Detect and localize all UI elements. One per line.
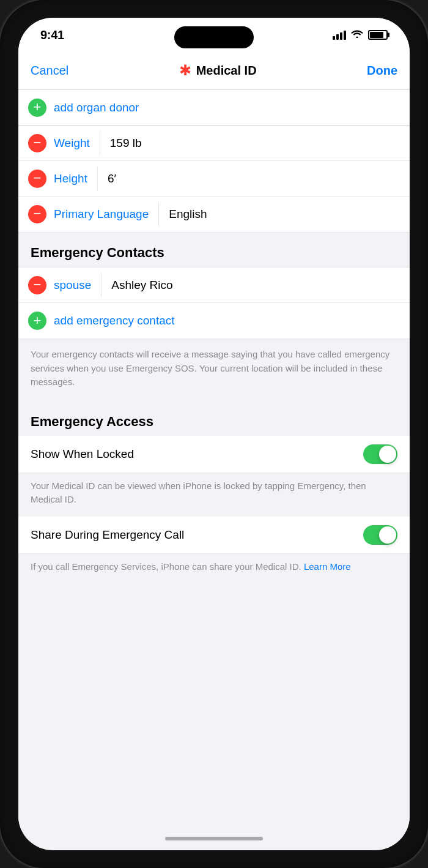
status-icons xyxy=(333,29,388,40)
dynamic-island xyxy=(174,26,254,48)
remove-weight-button[interactable]: − xyxy=(28,134,46,152)
show-when-locked-info: Your Medical ID can be viewed when iPhon… xyxy=(18,473,410,517)
toggle-knob xyxy=(379,446,396,463)
status-time: 9:41 xyxy=(40,28,64,42)
show-when-locked-toggle[interactable] xyxy=(363,444,397,464)
list-item[interactable]: + add organ donor xyxy=(18,90,410,125)
list-item[interactable]: − spouse Ashley Rico xyxy=(18,268,410,303)
emergency-contacts-list: − spouse Ashley Rico + add emergency con… xyxy=(18,267,410,339)
toggle-knob xyxy=(379,526,396,544)
share-during-call-toggle[interactable] xyxy=(363,525,397,545)
list-item[interactable]: − Primary Language English xyxy=(18,196,410,232)
emergency-contacts-title: Emergency Contacts xyxy=(31,245,164,260)
emergency-access-title: Emergency Access xyxy=(31,414,153,429)
remove-height-button[interactable]: − xyxy=(28,170,46,188)
plus-icon: + xyxy=(34,100,42,114)
cancel-button[interactable]: Cancel xyxy=(31,64,68,78)
nav-title: ✱ Medical ID xyxy=(179,62,257,79)
spouse-label: spouse xyxy=(54,279,91,292)
list-item[interactable]: + add emergency contact xyxy=(18,303,410,339)
list-item[interactable]: − Weight 159 lb xyxy=(18,125,410,161)
page-title: Medical ID xyxy=(196,64,257,78)
minus-icon: − xyxy=(34,278,42,291)
primary-language-value[interactable]: English xyxy=(159,200,410,228)
content-area: Cancel ✱ Medical ID Done + add organ don… xyxy=(18,52,410,831)
remove-spouse-button[interactable]: − xyxy=(28,276,46,294)
medical-info-list: + add organ donor − Weight 159 lb xyxy=(18,89,410,233)
bottom-spacer xyxy=(18,586,410,610)
height-label: Height xyxy=(54,172,87,185)
phone-frame: 9:41 Cancel ✱ xyxy=(0,0,428,868)
add-emergency-contact-button[interactable]: + xyxy=(28,312,46,330)
emergency-contacts-info: Your emergency contacts will receive a m… xyxy=(18,339,410,402)
emergency-contacts-header: Emergency Contacts xyxy=(18,233,410,267)
minus-icon: − xyxy=(34,207,42,220)
height-value[interactable]: 6′ xyxy=(98,165,410,193)
share-during-call-info: If you call Emergency Services, iPhone c… xyxy=(18,554,410,586)
list-item[interactable]: − Height 6′ xyxy=(18,161,410,196)
emergency-access-header: Emergency Access xyxy=(18,402,410,436)
show-when-locked-info-text: Your Medical ID can be viewed when iPhon… xyxy=(31,481,366,505)
share-during-call-label: Share During Emergency Call xyxy=(31,528,184,542)
plus-icon: + xyxy=(34,314,42,327)
nav-bar: Cancel ✱ Medical ID Done xyxy=(18,52,410,89)
show-when-locked-row[interactable]: Show When Locked xyxy=(18,436,410,473)
minus-icon: − xyxy=(34,171,42,185)
share-during-call-row[interactable]: Share During Emergency Call xyxy=(18,517,410,554)
spouse-value[interactable]: Ashley Rico xyxy=(101,271,410,299)
status-bar: 9:41 xyxy=(18,18,410,52)
primary-language-label: Primary Language xyxy=(54,208,149,221)
add-organ-donor-label[interactable]: add organ donor xyxy=(54,101,139,114)
weight-value[interactable]: 159 lb xyxy=(100,129,410,157)
learn-more-link[interactable]: Learn More xyxy=(304,561,351,572)
add-emergency-contact-label[interactable]: add emergency contact xyxy=(54,314,175,327)
battery-icon xyxy=(368,30,388,40)
remove-language-button[interactable]: − xyxy=(28,205,46,223)
signal-icon xyxy=(333,31,346,40)
minus-icon: − xyxy=(34,136,42,149)
done-button[interactable]: Done xyxy=(367,64,397,78)
medical-asterisk-icon: ✱ xyxy=(179,62,191,79)
add-organ-donor-button[interactable]: + xyxy=(28,99,46,117)
show-when-locked-label: Show When Locked xyxy=(31,447,134,461)
home-indicator xyxy=(165,837,263,840)
wifi-icon xyxy=(351,29,363,40)
weight-label: Weight xyxy=(54,137,90,150)
screen: 9:41 Cancel ✱ xyxy=(18,18,410,850)
share-during-call-info-text: If you call Emergency Services, iPhone c… xyxy=(31,561,301,572)
emergency-contacts-info-text: Your emergency contacts will receive a m… xyxy=(31,349,389,387)
